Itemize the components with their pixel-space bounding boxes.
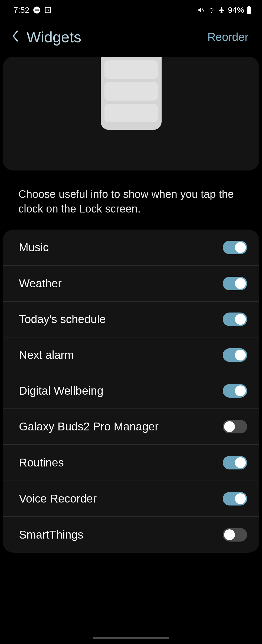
header-left: Widgets xyxy=(11,28,81,46)
widget-label: Routines xyxy=(19,456,64,469)
svg-line-4 xyxy=(202,8,204,12)
header: Widgets Reorder xyxy=(0,20,262,57)
toggle-knob xyxy=(235,278,246,289)
status-time: 7:52 xyxy=(14,5,29,15)
battery-pct: 94% xyxy=(228,5,244,15)
navigation-handle[interactable] xyxy=(93,637,169,639)
status-left: 7:52 K xyxy=(14,5,51,15)
widget-right xyxy=(223,384,247,398)
widget-list: MusicWeatherToday's scheduleNext alarmDi… xyxy=(3,230,259,553)
preview-card xyxy=(3,57,259,170)
status-right: 94% xyxy=(198,5,251,15)
widget-right xyxy=(223,420,247,433)
description-text: Choose useful info to show when you tap … xyxy=(0,170,262,230)
widget-right xyxy=(217,528,247,542)
widget-right xyxy=(217,240,247,255)
widget-item[interactable]: Today's schedule xyxy=(3,302,259,337)
widget-right xyxy=(223,313,247,326)
phone-mock-row xyxy=(104,60,158,79)
toggle-switch[interactable] xyxy=(223,348,247,362)
toggle-knob xyxy=(235,314,246,325)
page-title: Widgets xyxy=(27,28,81,46)
toggle-knob xyxy=(235,457,246,468)
toggle-switch[interactable] xyxy=(223,420,247,433)
widget-right xyxy=(223,348,247,362)
wifi-icon xyxy=(207,7,215,14)
widget-label: Digital Wellbeing xyxy=(19,384,103,397)
svg-rect-6 xyxy=(247,7,251,14)
toggle-switch[interactable] xyxy=(223,277,247,290)
svg-rect-1 xyxy=(35,9,39,11)
toggle-switch[interactable] xyxy=(223,456,247,469)
back-icon[interactable] xyxy=(11,30,19,45)
toggle-knob xyxy=(235,385,246,396)
separator xyxy=(217,456,217,470)
widget-item[interactable]: Weather xyxy=(3,266,259,302)
widget-right xyxy=(217,456,247,470)
phone-mock xyxy=(101,57,162,130)
widget-item[interactable]: Galaxy Buds2 Pro Manager xyxy=(3,409,259,445)
mute-icon xyxy=(198,7,205,14)
widget-right xyxy=(223,277,247,290)
widget-label: SmartThings xyxy=(19,528,83,541)
toggle-switch[interactable] xyxy=(223,528,247,542)
widget-item[interactable]: Digital Wellbeing xyxy=(3,373,259,409)
status-bar: 7:52 K 94% xyxy=(0,0,262,20)
svg-rect-5 xyxy=(248,6,250,7)
reorder-button[interactable]: Reorder xyxy=(207,31,248,44)
widget-item[interactable]: Routines xyxy=(3,445,259,481)
toggle-knob xyxy=(235,350,246,360)
phone-mock-row xyxy=(104,104,158,122)
widget-item[interactable]: Voice Recorder xyxy=(3,481,259,517)
toggle-switch[interactable] xyxy=(223,313,247,326)
separator xyxy=(217,240,217,255)
widget-right xyxy=(223,492,247,505)
widget-item[interactable]: SmartThings xyxy=(3,517,259,553)
svg-text:K: K xyxy=(47,8,50,12)
app-icon: K xyxy=(44,7,51,14)
toggle-knob xyxy=(235,242,246,253)
separator xyxy=(217,528,217,542)
widget-label: Today's schedule xyxy=(19,313,106,326)
dnd-icon xyxy=(33,6,41,14)
widget-label: Music xyxy=(19,241,49,254)
phone-mock-row xyxy=(104,82,158,101)
widget-label: Next alarm xyxy=(19,349,74,362)
widget-label: Galaxy Buds2 Pro Manager xyxy=(19,420,159,433)
widget-item[interactable]: Music xyxy=(3,230,259,266)
toggle-switch[interactable] xyxy=(223,384,247,398)
widget-label: Voice Recorder xyxy=(19,492,97,505)
toggle-switch[interactable] xyxy=(223,241,247,254)
airplane-icon xyxy=(218,7,225,14)
toggle-knob xyxy=(224,529,235,540)
toggle-knob xyxy=(224,421,235,432)
battery-icon xyxy=(247,6,251,14)
toggle-switch[interactable] xyxy=(223,492,247,505)
widget-item[interactable]: Next alarm xyxy=(3,337,259,373)
widget-label: Weather xyxy=(19,277,62,290)
toggle-knob xyxy=(235,493,246,504)
